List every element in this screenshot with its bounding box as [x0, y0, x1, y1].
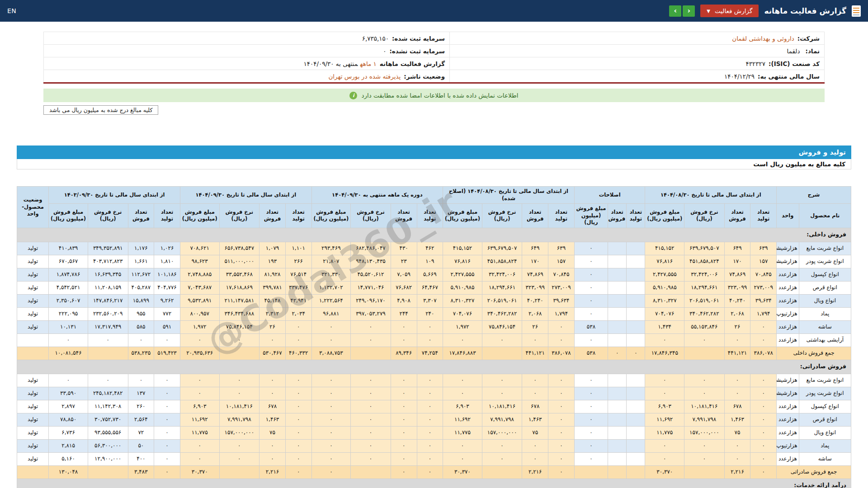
- adjustment-qty-sold-cell: [608, 400, 627, 413]
- ytd-0930-rate-cell: ۱۵۷,۰۰۰,۰۰۰: [219, 426, 259, 439]
- month-rate-cell: ۶۸۲,۴۸۶,۰۴۷: [351, 242, 391, 255]
- prior-year-qty-sold-cell: ۵۰: [128, 439, 154, 452]
- ytd-0830-adjusted-amount-cell: ۱۱,۶۹۲: [443, 413, 482, 426]
- ytd-0830-adjusted-qty-produced-cell: ۰: [548, 400, 575, 413]
- prior-year-qty-sold-cell: ۹۵۵: [128, 307, 154, 320]
- prior-year-rate-cell: ۵۶,۳۰۰,۰۰۰: [88, 439, 128, 452]
- column-header: مبلغ فروش (میلیون ریال): [311, 204, 351, 228]
- ytd-0830-adjusted-qty-produced-cell: ۲۷۳,۰۰۹: [548, 281, 575, 294]
- adjustment-qty-produced-cell: [627, 374, 645, 387]
- isic-code-field: کد صنعت (ISIC):۴۳۲۳۲۷: [450, 57, 825, 70]
- ytd-0930-qty-sold-cell: ۰: [259, 452, 286, 465]
- prior-year-qty-sold-cell: ۱,۱۷۶: [128, 242, 154, 255]
- ytd-0930-amount-cell: ۰: [180, 374, 219, 387]
- ytd-0930-qty-produced-cell: ۳۳۷,۴۷۶: [285, 281, 311, 294]
- ytd-0830-amount-cell: ۱۱,۶۹۲: [645, 413, 684, 426]
- field-value: منتهی به ۱۴۰۴/۰۹/۳۰: [303, 60, 358, 67]
- ytd-0930-qty-produced-cell: ۲۶۶: [285, 255, 311, 268]
- month-amount-cell: ۰: [311, 387, 351, 400]
- ytd-0830-qty-sold-cell: ۲,۰۶۸: [724, 307, 750, 320]
- field-label: کد صنعت (ISIC):: [769, 60, 820, 67]
- month-amount-cell: ۰: [311, 320, 351, 333]
- prior-year-qty-produced-cell: ۰: [154, 465, 180, 479]
- report-type-dropdown-label: گزارش فعالیت: [715, 7, 752, 14]
- month-qty-produced-cell: ۳,۳۰۷: [417, 294, 443, 307]
- adjustment-amount-cell: ۰: [574, 333, 608, 347]
- product-row: انواع کپسولهزارعدد۰۶۷۸۱۰,۱۸۱,۴۱۶۶,۹۰۳۰۰۶…: [17, 400, 851, 413]
- prior-year-rate-cell: ۱۱,۱۴۲,۳۰۸: [88, 400, 128, 413]
- product-status-cell: تولید: [17, 281, 49, 294]
- adjustment-qty-produced-cell: [627, 413, 645, 426]
- ytd-0830-adjusted-rate-cell: ۰: [482, 439, 522, 452]
- field-label: گزارش فعالیت ماهانه: [380, 60, 445, 67]
- month-rate-cell: ۰: [351, 333, 391, 347]
- ytd-0830-qty-produced-cell: ۶۳۹: [750, 242, 777, 255]
- sum-label-cell: جمع فروش داخلی: [777, 347, 851, 360]
- ytd-0930-rate-cell: ۰: [219, 439, 259, 452]
- prior-year-amount-cell: ۳۳,۵۹۰: [49, 387, 88, 400]
- ytd-0830-qty-produced-cell: ۰: [750, 465, 777, 479]
- ytd-0830-qty-sold-cell: ۶۴۹: [724, 242, 750, 255]
- ytd-0930-qty-produced-cell: ۰: [285, 465, 311, 479]
- ytd-0930-amount-cell: ۲,۷۴۸,۸۸۵: [180, 268, 219, 281]
- column-header: تعداد تولید: [417, 204, 443, 228]
- adjustment-qty-produced-cell: [627, 465, 645, 479]
- next-report-button[interactable]: ›: [683, 5, 695, 17]
- prior-year-amount-cell: ۴۱۰,۸۳۹: [49, 242, 88, 255]
- column-header: تعداد تولید: [750, 204, 777, 228]
- report-navigation-arrows: ‹ ›: [669, 5, 695, 17]
- language-toggle-en[interactable]: EN: [7, 7, 16, 14]
- ytd-0830-amount-cell: ۰: [645, 387, 684, 400]
- prev-report-button[interactable]: ‹: [669, 5, 681, 17]
- ytd-0930-qty-sold-cell: ۰: [259, 387, 286, 400]
- unit-cell: هزارشیشه: [777, 374, 799, 387]
- prior-year-rate-cell: ۴۰۳,۷۱۲,۸۲۳: [88, 255, 128, 268]
- header-row: نام محصولواحدتعداد تولیدتعداد فروشنرخ فر…: [17, 204, 851, 228]
- ytd-0830-adjusted-rate-cell: ۰: [482, 452, 522, 465]
- adjustment-qty-produced-cell: [627, 400, 645, 413]
- ytd-0830-adjusted-qty-sold-cell: ۶۷۸: [522, 400, 548, 413]
- ytd-0830-adjusted-qty-sold-cell: ۴۴۱,۱۲۱: [522, 347, 548, 360]
- prior-year-amount-cell: ۱,۸۷۴,۷۸۶: [49, 268, 88, 281]
- adjustment-qty-sold-cell: [608, 242, 627, 255]
- adjustment-qty-produced-cell: [627, 426, 645, 439]
- ytd-0830-adjusted-amount-cell: ۳۰,۳۷۰: [443, 465, 482, 479]
- adjustment-amount-cell: ۵۳۸: [574, 347, 608, 360]
- product-name-cell: ساشه: [799, 320, 851, 333]
- ytd-0830-qty-sold-cell: ۷۴,۸۶۹: [724, 268, 750, 281]
- ytd-0830-adjusted-rate-cell: [482, 347, 522, 360]
- unit-cell: هزارشیشه: [777, 242, 799, 255]
- ytd-0930-qty-sold-cell: ۱,۴۶۳: [259, 413, 286, 426]
- adjustment-qty-produced-cell: [627, 320, 645, 333]
- ytd-0830-adjusted-rate-cell: ۱۰,۱۸۱,۴۱۶: [482, 400, 522, 413]
- month-amount-cell: ۰: [311, 400, 351, 413]
- prior-year-qty-sold-cell: ۴۰۵,۲۸۷: [128, 281, 154, 294]
- ytd-0830-adjusted-qty-sold-cell: ۰: [522, 387, 548, 400]
- month-rate-cell: ۰: [351, 413, 391, 426]
- ytd-0930-amount-cell: ۹۸,۶۲۳: [180, 255, 219, 268]
- product-name-cell: انواع شربت مایع: [799, 242, 851, 255]
- report-type-dropdown[interactable]: گزارش فعالیت ▼: [700, 5, 759, 17]
- company-name-link[interactable]: داروئی و بهداشتی لقمان: [732, 35, 794, 42]
- ytd-0930-qty-sold-cell: ۰: [259, 333, 286, 347]
- ytd-0830-adjusted-qty-produced-cell: ۰: [548, 320, 575, 333]
- column-header: وضعیت محصول-واحد: [17, 187, 49, 228]
- prior-year-rate-cell: ۳۰,۷۵۲,۷۳۰: [88, 413, 128, 426]
- month-qty-sold-cell: ۴۳۰: [391, 242, 417, 255]
- ytd-0930-rate-cell: ۵۱۱,۰۰۰,۰۰۰: [219, 255, 259, 268]
- prior-year-amount-cell: ۲,۸۱۵: [49, 439, 88, 452]
- ytd-0830-adjusted-qty-sold-cell: ۴۰,۲۴۰: [522, 294, 548, 307]
- adjustment-amount-cell: ۰: [574, 307, 608, 320]
- prior-year-amount-cell: ۲,۸۹۷: [49, 400, 88, 413]
- prior-year-qty-sold-cell: ۲,۵۶۴: [128, 413, 154, 426]
- month-rate-cell: ۱۴,۷۷۱,۰۴۶: [351, 281, 391, 294]
- adjustment-amount-cell: ۰: [574, 452, 608, 465]
- ytd-0930-amount-cell: ۱۱,۶۹۲: [180, 413, 219, 426]
- ytd-0830-adjusted-rate-cell: ۲۰۶,۵۱۹,۰۶۱: [482, 294, 522, 307]
- ytd-0830-adjusted-qty-sold-cell: ۲,۰۶۸: [522, 307, 548, 320]
- sum-label-cell: جمع فروش صادراتی: [777, 465, 851, 479]
- prior-year-qty-produced-cell: ۱۰۱,۱۸۶: [154, 268, 180, 281]
- prior-year-qty-produced-cell: ۰: [154, 452, 180, 465]
- prior-year-rate-cell: ۳۴۹,۳۵۲,۸۹۱: [88, 242, 128, 255]
- field-value: ۴۳۲۳۲۷: [746, 60, 766, 67]
